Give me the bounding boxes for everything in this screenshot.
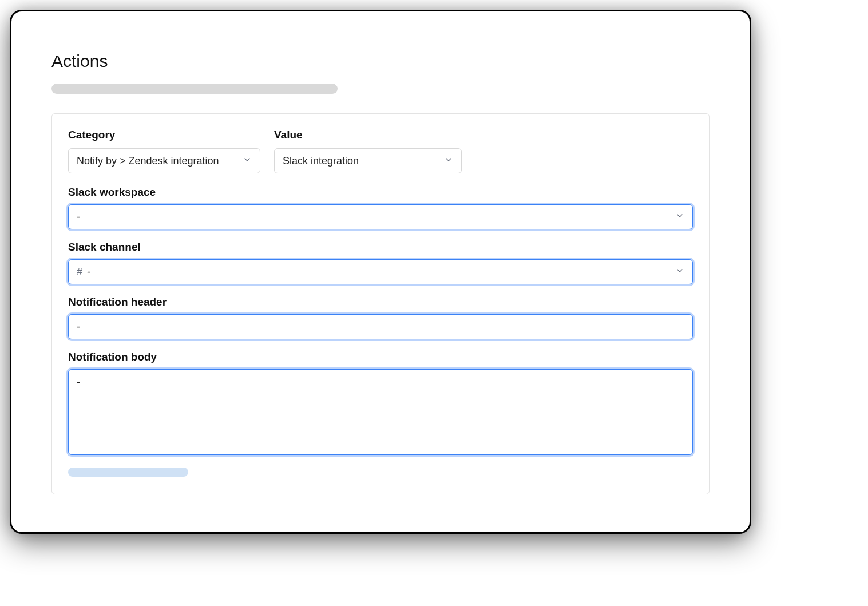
footer-placeholder [68,468,188,477]
category-select-value: Notify by > Zendesk integration [77,155,243,167]
actions-panel: Actions Category Notify by > Zendesk int… [11,11,750,532]
slack-workspace-field: Slack workspace - [68,186,693,229]
value-field: Value Slack integration [274,129,462,173]
description-placeholder [51,84,338,94]
notification-header-label: Notification header [68,296,693,308]
notification-body-field: Notification body [68,351,693,457]
chevron-down-icon [675,266,684,278]
notification-header-field: Notification header [68,296,693,339]
category-select[interactable]: Notify by > Zendesk integration [68,148,260,173]
hash-icon: # [77,266,82,278]
slack-workspace-value: - [77,211,675,223]
slack-workspace-select[interactable]: - [68,204,693,229]
slack-workspace-label: Slack workspace [68,186,693,199]
notification-body-label: Notification body [68,351,693,363]
action-card: Category Notify by > Zendesk integration… [51,113,710,494]
slack-channel-value: - [87,266,675,278]
chevron-down-icon [444,155,453,167]
value-label: Value [274,129,462,141]
page-title: Actions [51,52,710,71]
chevron-down-icon [675,211,684,223]
value-select-value: Slack integration [283,155,444,167]
category-field: Category Notify by > Zendesk integration [68,129,260,173]
value-select[interactable]: Slack integration [274,148,462,173]
slack-channel-select[interactable]: # - [68,259,693,284]
slack-channel-field: Slack channel # - [68,241,693,284]
notification-body-textarea[interactable] [68,369,693,455]
slack-channel-label: Slack channel [68,241,693,254]
category-label: Category [68,129,260,141]
category-value-row: Category Notify by > Zendesk integration… [68,129,693,173]
notification-header-input[interactable] [68,314,693,339]
chevron-down-icon [243,155,252,167]
